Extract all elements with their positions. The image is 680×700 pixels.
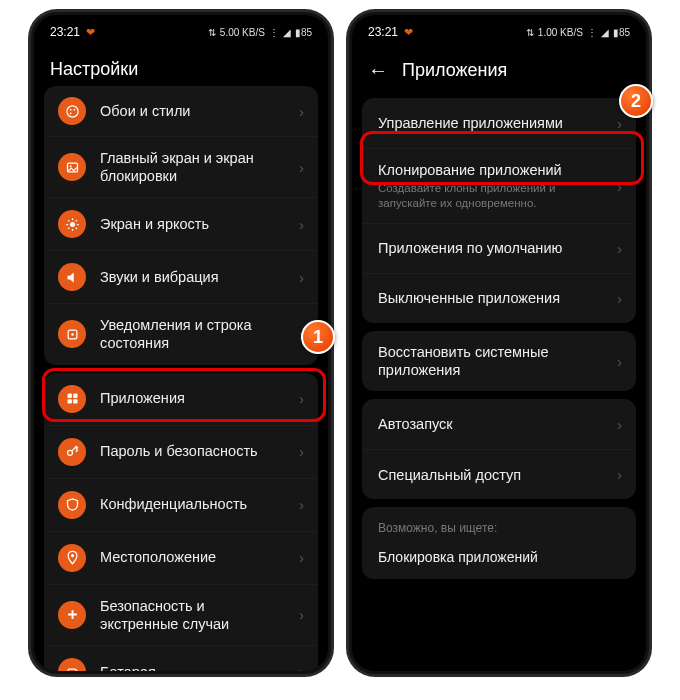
row-label: Обои и стили <box>100 102 285 120</box>
callout-badge-2: 2 <box>619 84 653 118</box>
heart-icon: ❤ <box>86 26 95 39</box>
hint-app-lock[interactable]: Блокировка приложений <box>362 539 636 575</box>
chevron-right-icon: › <box>617 290 622 307</box>
row-restore-system-apps[interactable]: Восстановить системные приложения › <box>362 331 636 391</box>
signal-icon: ◢ <box>283 27 291 38</box>
medkit-icon <box>58 601 86 629</box>
svg-line-13 <box>68 227 69 228</box>
svg-point-16 <box>71 333 74 336</box>
chevron-right-icon: › <box>617 353 622 370</box>
battery-icon: ▮85 <box>613 27 630 38</box>
row-display-brightness[interactable]: Экран и яркость › <box>44 197 318 250</box>
row-disabled-apps[interactable]: Выключенные приложения › <box>362 273 636 323</box>
svg-line-12 <box>75 227 76 228</box>
chevron-right-icon: › <box>299 390 304 407</box>
phone-left-settings: 23:21 ❤ ⇅ 5.00 KB/S ⋮ ◢ ▮85 Настройки Об… <box>31 12 331 674</box>
notification-icon <box>58 320 86 348</box>
row-label: Безопасность и экстренные случаи <box>100 597 285 633</box>
row-label: Звуки и вибрация <box>100 268 285 286</box>
row-label: Управление приложениями <box>378 114 603 132</box>
svg-point-1 <box>69 108 71 110</box>
svg-point-0 <box>66 105 77 116</box>
svg-point-5 <box>69 165 71 167</box>
page-header: Настройки <box>34 49 328 88</box>
chevron-right-icon: › <box>617 466 622 483</box>
chevron-right-icon: › <box>299 216 304 233</box>
volume-icon <box>58 263 86 291</box>
callout-badge-1: 1 <box>301 320 335 354</box>
shield-icon <box>58 491 86 519</box>
row-safety-emergency[interactable]: Безопасность и экстренные случаи › <box>44 584 318 645</box>
row-label: Выключенные приложения <box>378 289 603 307</box>
row-default-apps[interactable]: Приложения по умолчанию › <box>362 223 636 273</box>
svg-rect-23 <box>68 669 76 674</box>
svg-point-3 <box>69 112 71 114</box>
row-location[interactable]: Местоположение › <box>44 531 318 584</box>
page-title: Настройки <box>50 59 138 80</box>
apps-group-1: Управление приложениями › Клонирование п… <box>362 98 636 323</box>
back-button[interactable]: ← <box>368 59 388 82</box>
page-title: Приложения <box>402 60 507 81</box>
svg-point-21 <box>67 450 72 455</box>
row-label: Конфиденциальность <box>100 495 285 513</box>
svg-point-2 <box>73 108 75 110</box>
chevron-right-icon: › <box>617 416 622 433</box>
row-clone-apps[interactable]: Клонирование приложений Создавайте клоны… <box>362 148 636 223</box>
svg-line-14 <box>75 220 76 221</box>
row-password-security[interactable]: Пароль и безопасность › <box>44 425 318 478</box>
key-icon <box>58 438 86 466</box>
chevron-right-icon: › <box>299 496 304 513</box>
svg-rect-20 <box>73 399 77 403</box>
image-icon <box>58 153 86 181</box>
search-hint-panel: Возможно, вы ищете: Блокировка приложени… <box>362 507 636 579</box>
heart-icon: ❤ <box>404 26 413 39</box>
row-label: Автозапуск <box>378 415 603 433</box>
row-label: Пароль и безопасность <box>100 442 285 460</box>
row-manage-apps[interactable]: Управление приложениями › <box>362 98 636 148</box>
row-label: Главный экран и экран блокировки <box>100 149 285 185</box>
clock: 23:21 <box>368 25 398 39</box>
settings-group-system: Приложения › Пароль и безопасность › Кон… <box>44 373 318 675</box>
wifi-icon: ⋮ <box>269 27 279 38</box>
svg-rect-18 <box>73 394 77 398</box>
row-label: Приложения по умолчанию <box>378 239 603 257</box>
chevron-right-icon: › <box>299 606 304 623</box>
clock: 23:21 <box>50 25 80 39</box>
row-label: Восстановить системные приложения <box>378 343 603 379</box>
chevron-right-icon: › <box>617 178 622 195</box>
row-autostart[interactable]: Автозапуск › <box>362 399 636 449</box>
svg-line-11 <box>68 220 69 221</box>
page-header: ← Приложения <box>352 49 646 90</box>
hint-label: Возможно, вы ищете: <box>362 511 636 539</box>
apps-group-2: Восстановить системные приложения › <box>362 331 636 391</box>
row-wallpapers[interactable]: Обои и стили › <box>44 86 318 136</box>
row-notifications-statusbar[interactable]: Уведомления и строка состояния › <box>44 303 318 364</box>
status-bar: 23:21 ❤ ⇅ 1.00 KB/S ⋮ ◢ ▮85 <box>352 15 646 49</box>
status-bar: 23:21 ❤ ⇅ 5.00 KB/S ⋮ ◢ ▮85 <box>34 15 328 49</box>
svg-rect-19 <box>67 399 71 403</box>
chevron-right-icon: › <box>299 269 304 286</box>
settings-group-display: Обои и стили › Главный экран и экран бло… <box>44 86 318 365</box>
wifi-icon: ⋮ <box>587 27 597 38</box>
row-homescreen-lockscreen[interactable]: Главный экран и экран блокировки › <box>44 136 318 197</box>
phone-right-apps: 23:21 ❤ ⇅ 1.00 KB/S ⋮ ◢ ▮85 ← Приложения… <box>349 12 649 674</box>
battery-icon: ▮85 <box>295 27 312 38</box>
palette-icon <box>58 97 86 125</box>
row-privacy[interactable]: Конфиденциальность › <box>44 478 318 531</box>
svg-point-6 <box>70 222 75 227</box>
row-sound-vibration[interactable]: Звуки и вибрация › <box>44 250 318 303</box>
chevron-right-icon: › <box>617 240 622 257</box>
chevron-right-icon: › <box>617 115 622 132</box>
chevron-right-icon: › <box>299 443 304 460</box>
svg-rect-24 <box>76 671 77 674</box>
row-battery[interactable]: Батарея › <box>44 645 318 674</box>
row-label: Экран и яркость <box>100 215 285 233</box>
row-apps[interactable]: Приложения › <box>44 373 318 425</box>
svg-point-22 <box>70 554 73 557</box>
chevron-right-icon: › <box>299 159 304 176</box>
status-icons: ⇅ 1.00 KB/S ⋮ ◢ ▮85 <box>526 27 630 38</box>
row-special-access[interactable]: Специальный доступ › <box>362 449 636 499</box>
pin-icon <box>58 544 86 572</box>
chevron-right-icon: › <box>299 663 304 674</box>
row-label: Приложения <box>100 389 285 407</box>
